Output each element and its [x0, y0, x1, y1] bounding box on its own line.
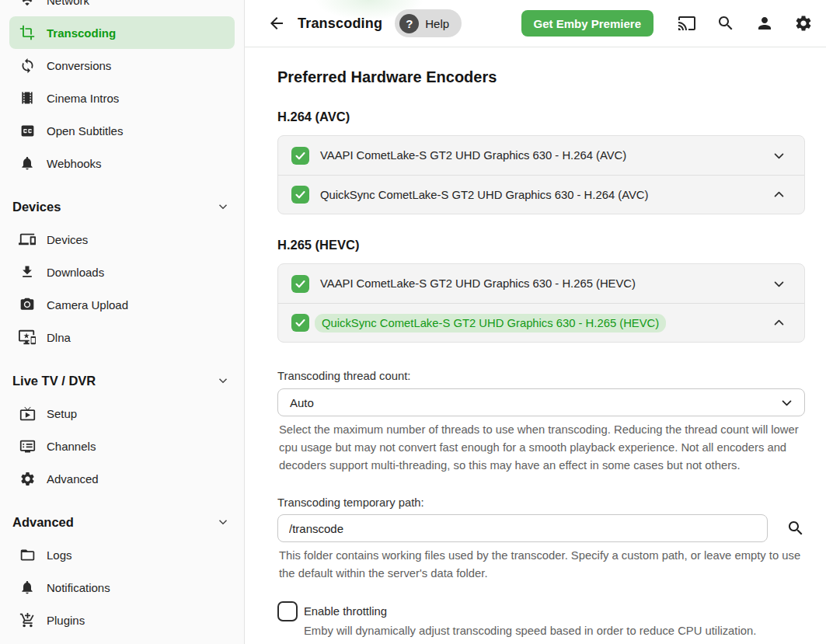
- cast-icon[interactable]: [678, 14, 696, 33]
- encoder-row-vaapi-h265[interactable]: VAAPI CometLake-S GT2 UHD Graphics 630 -…: [278, 264, 804, 303]
- section-title: Devices: [12, 200, 61, 214]
- temp-path-input[interactable]: [277, 514, 768, 542]
- sidebar-item-logs[interactable]: Logs: [9, 538, 235, 571]
- network-icon: [19, 0, 36, 9]
- sidebar-item-setup[interactable]: Setup: [9, 397, 235, 430]
- encoder-row-vaapi-h264[interactable]: VAAPI CometLake-S GT2 UHD Graphics 630 -…: [278, 136, 804, 175]
- sidebar-item-label: Notifications: [47, 581, 110, 594]
- chevron-down-icon: [780, 396, 793, 409]
- section-title: Live TV / DVR: [12, 374, 96, 388]
- chevron-down-icon: [216, 374, 230, 388]
- encoder-card-h264: VAAPI CometLake-S GT2 UHD Graphics 630 -…: [277, 135, 805, 214]
- sidebar-item-label: Logs: [47, 548, 72, 562]
- download-icon: [19, 263, 36, 280]
- settings-gear-icon[interactable]: [794, 14, 813, 33]
- sidebar-item-camera-upload[interactable]: Camera Upload: [9, 288, 235, 321]
- sidebar-item-label: Camera Upload: [47, 298, 128, 312]
- chevron-up-icon[interactable]: [772, 188, 786, 201]
- cast-star-icon: [19, 329, 36, 346]
- sidebar-item-label: Plugins: [47, 614, 85, 627]
- enable-throttling-row: Enable throttling: [277, 601, 805, 621]
- user-icon[interactable]: [755, 14, 774, 33]
- throttling-help: Emby will dynamically adjust transcoding…: [304, 625, 805, 637]
- throttling-checkbox-unchecked[interactable]: [277, 601, 298, 621]
- top-bar: Transcoding ? Help Get Emby Premiere: [245, 0, 826, 47]
- help-button-label: Help: [425, 17, 449, 30]
- sync-icon: [19, 57, 36, 74]
- chevron-down-icon[interactable]: [772, 149, 786, 162]
- main-column: Transcoding ? Help Get Emby Premiere Pre…: [245, 0, 826, 644]
- sidebar-section-advanced[interactable]: Advanced: [0, 506, 244, 538]
- browse-search-icon[interactable]: [786, 519, 805, 538]
- page-title: Preferred Hardware Encoders: [277, 68, 805, 86]
- search-icon[interactable]: [716, 14, 735, 33]
- checkbox-checked[interactable]: [291, 186, 309, 204]
- sidebar-item-label: Webhooks: [47, 157, 102, 170]
- sidebar-item-label: Dlna: [47, 331, 71, 344]
- sidebar-item-notifications[interactable]: Notifications: [9, 571, 235, 604]
- throttling-label: Enable throttling: [304, 605, 387, 618]
- sidebar-item-dlna[interactable]: Dlna: [9, 321, 235, 353]
- devices-icon: [19, 231, 36, 248]
- sidebar-section-livetv[interactable]: Live TV / DVR: [0, 364, 244, 397]
- sidebar-item-channels[interactable]: Channels: [9, 430, 235, 462]
- encoder-label: VAAPI CometLake-S GT2 UHD Graphics 630 -…: [320, 277, 636, 290]
- sidebar-item-open-subtitles[interactable]: Open Subtitles: [9, 114, 235, 147]
- temp-path-help: This folder contains working files used …: [277, 547, 805, 583]
- encoder-label: QuickSync CometLake-S GT2 UHD Graphics 6…: [320, 189, 648, 201]
- sidebar-nav-list: Network Transcoding Conversions Cinema I…: [0, 0, 244, 644]
- camera-icon: [19, 296, 36, 313]
- encoder-row-quicksync-h264[interactable]: QuickSync CometLake-S GT2 UHD Graphics 6…: [278, 175, 804, 214]
- sidebar-item-webhooks[interactable]: Webhooks: [9, 147, 235, 179]
- chevron-down-icon: [216, 200, 230, 214]
- encoder-label-highlighted: QuickSync CometLake-S GT2 UHD Graphics 6…: [315, 314, 666, 332]
- question-mark-icon: ?: [399, 14, 419, 33]
- sidebar-item-label: Open Subtitles: [47, 124, 123, 138]
- checkbox-checked[interactable]: [291, 314, 309, 332]
- encoder-group-heading-h265: H.265 (HEVC): [277, 238, 805, 252]
- sidebar-item-transcoding[interactable]: Transcoding: [9, 16, 235, 49]
- closed-caption-icon: [19, 122, 36, 139]
- sidebar-item-label: Devices: [47, 233, 88, 246]
- sidebar-item-label: Conversions: [47, 59, 111, 72]
- temp-path-row: [277, 514, 805, 542]
- sidebar-item-plugins[interactable]: Plugins: [9, 604, 235, 636]
- sidebar-section-devices[interactable]: Devices: [0, 190, 244, 223]
- sidebar-item-label: Transcoding: [47, 26, 116, 40]
- emby-settings-app: Network Transcoding Conversions Cinema I…: [0, 0, 826, 644]
- back-arrow-icon[interactable]: [267, 14, 286, 33]
- sidebar-item-downloads[interactable]: Downloads: [9, 256, 235, 288]
- sidebar-item-label: Network: [47, 0, 89, 7]
- checkbox-checked[interactable]: [291, 275, 309, 293]
- bell-icon: [19, 155, 36, 172]
- sidebar-item-conversions[interactable]: Conversions: [9, 49, 235, 82]
- encoder-label: VAAPI CometLake-S GT2 UHD Graphics 630 -…: [320, 149, 626, 162]
- sidebar-item-scheduled-tasks[interactable]: Scheduled Tasks: [9, 636, 235, 644]
- checkbox-checked[interactable]: [291, 147, 309, 165]
- thread-count-select[interactable]: Auto: [277, 388, 805, 416]
- cart-plus-icon: [19, 611, 36, 628]
- check-icon: [295, 317, 306, 329]
- sidebar-item-advanced-livetv[interactable]: Advanced: [9, 462, 235, 495]
- encoder-group-heading-h264: H.264 (AVC): [277, 110, 805, 124]
- section-title: Advanced: [12, 515, 74, 530]
- sidebar-item-label: Channels: [47, 440, 96, 453]
- chevron-down-icon[interactable]: [772, 277, 786, 291]
- gear-icon: [19, 470, 36, 487]
- sidebar-item-network[interactable]: Network: [9, 0, 235, 16]
- check-icon: [295, 150, 306, 162]
- help-button[interactable]: ? Help: [395, 9, 462, 37]
- thread-count-help: Select the maximum number of threads to …: [277, 421, 805, 475]
- encoder-card-h265: VAAPI CometLake-S GT2 UHD Graphics 630 -…: [277, 263, 805, 343]
- chevron-up-icon[interactable]: [772, 316, 786, 329]
- dvr-icon: [19, 437, 36, 454]
- settings-content: Preferred Hardware Encoders H.264 (AVC) …: [245, 47, 826, 644]
- film-icon: [19, 89, 36, 106]
- sidebar-item-cinema-intros[interactable]: Cinema Intros: [9, 82, 235, 114]
- encoder-row-quicksync-h265[interactable]: QuickSync CometLake-S GT2 UHD Graphics 6…: [278, 303, 804, 342]
- get-emby-premiere-button[interactable]: Get Emby Premiere: [521, 10, 653, 37]
- chevron-down-icon: [216, 515, 230, 529]
- sidebar: Network Transcoding Conversions Cinema I…: [0, 0, 245, 644]
- sidebar-item-devices[interactable]: Devices: [9, 223, 235, 256]
- page-header-title: Transcoding: [298, 16, 382, 32]
